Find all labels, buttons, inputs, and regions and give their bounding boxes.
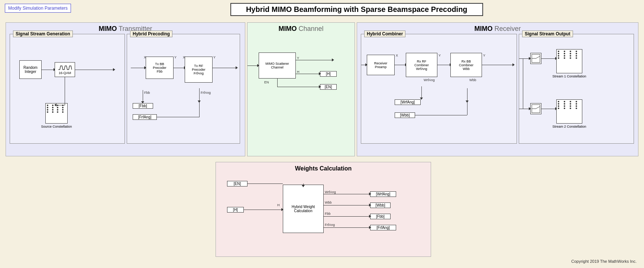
- hybrid-weight-block: Hybrid Weight Calculation: [283, 185, 324, 233]
- channel-h-port: H: [297, 70, 300, 74]
- h-port-in-w: H: [277, 203, 280, 207]
- arrow-en-v: [277, 79, 278, 87]
- wrfang-out-box: [WrfAng]: [370, 191, 396, 197]
- arrow-channel-y-out: [296, 60, 333, 60]
- arrowhead-h-w: [281, 208, 284, 211]
- arrow-en-out: [277, 87, 320, 87]
- arrow-wbb-h: [415, 115, 467, 115]
- channel-en-port: EN: [264, 80, 269, 84]
- arrow-stream2-mux-const: [541, 109, 556, 109]
- rx-bb-y-port: Y: [483, 54, 485, 57]
- stream2-label: Stream 2 Constellation: [551, 125, 588, 128]
- signal-stream-generation: Signal Stream Generation Random Integer …: [10, 34, 125, 144]
- arrow-rxbb-out: [482, 65, 514, 65]
- arrowhead-rxbb-out: [512, 63, 515, 66]
- arrowhead-preamp-in: [365, 63, 368, 66]
- tx-bb-y-port: Y: [174, 55, 177, 59]
- stream2-constellation-block: [556, 99, 582, 124]
- hybrid-combiner: Hybrid Combiner Receiver Preamp X Rx RF …: [361, 34, 517, 144]
- signal-stream-title: Signal Stream Generation: [13, 31, 73, 37]
- main-title: Hybrid MIMO Beamforming with Sparse Beam…: [230, 3, 483, 16]
- stream2-mux-block: [530, 103, 541, 114]
- arrow-wrfang-out: [324, 194, 370, 194]
- wrfang-signal-box-rx: [WrfAng]: [395, 99, 421, 105]
- arrowhead-wrfang: [420, 98, 423, 100]
- tx-bb-x-port: X: [144, 55, 146, 59]
- mimo-transmitter-section: MIMO Transmitter Signal Stream Generatio…: [6, 22, 245, 156]
- h-signal-box-w: [H]: [227, 207, 244, 213]
- rx-rf-y-port: Y: [438, 54, 441, 57]
- wbb-port-out: Wbb: [325, 201, 332, 204]
- signal-stream-output-title: Signal Stream Output: [522, 31, 573, 37]
- arrow-rand-qam: [42, 70, 55, 70]
- mimo-channel-section: MIMO Channel MIMO Scatterer Channel Y H …: [247, 22, 355, 156]
- frfang-signal-box: [FrfAng]: [133, 114, 157, 120]
- rx-rf-combiner-block: Rx RF Combiner WrfAng: [406, 53, 437, 77]
- arrow-to-const: [56, 105, 65, 105]
- arrowhead-fbb-out: [369, 215, 371, 218]
- arrowhead-txrf-out: [236, 66, 238, 69]
- arrow-stream1-mux-const: [541, 58, 556, 59]
- tx-bb-precoder-block: Tx BB Precoder Fbb: [146, 57, 174, 79]
- arrow-en-to-w: [247, 184, 283, 184]
- mux-icon: [531, 54, 540, 63]
- tx-rf-y-port: Y: [213, 55, 216, 59]
- arrow-preamp-rxrf: [395, 65, 406, 65]
- rx-bb-combiner-block: Rx BB Combiner Wbb: [450, 53, 482, 77]
- arrow-h-out: [296, 74, 320, 74]
- arrowhead-wbb: [466, 100, 469, 103]
- fbb-signal-box: [Fbb]: [133, 103, 153, 109]
- arrowhead-en-w: [302, 185, 305, 187]
- weights-calculation-section: Weights Calculation Hybrid Weight Calcul…: [216, 162, 431, 257]
- en-signal-box-w: [EN]: [227, 181, 247, 186]
- arrow-stream1-in: [519, 58, 530, 59]
- arrowhead-stream1-in: [529, 57, 531, 60]
- arrowhead-to-const: [54, 103, 56, 106]
- wbb-port-label-rx: Wbb: [469, 78, 476, 82]
- stream2-dots: [557, 100, 582, 110]
- mux2-icon: [531, 104, 540, 113]
- arrowhead-into-txbb: [144, 66, 146, 69]
- rx-rf-x-port: X: [396, 54, 398, 57]
- stream1-label: Stream 1 Constellation: [551, 74, 588, 78]
- arrow-into-txbb: [131, 68, 145, 68]
- source-constellation-block: [45, 103, 68, 124]
- wrfang-port-label-rx: WrfAng: [424, 78, 435, 82]
- fbb-out-box: [Fbb]: [370, 214, 391, 219]
- stream1-dots: [557, 50, 582, 60]
- mimo-channel-title: MIMO Channel: [247, 23, 355, 34]
- source-constellation-label: Source Constellation: [40, 125, 73, 128]
- arrowhead-frfang-out: [369, 226, 371, 229]
- modify-simulation-button[interactable]: Modify Simulation Parameters: [5, 4, 71, 13]
- arrow-h-to-w: [244, 210, 282, 210]
- hybrid-precoding-title: Hybrid Precoding: [130, 31, 172, 37]
- random-integer-block: Random Integer: [19, 60, 42, 79]
- arrowhead-frfang: [198, 100, 201, 103]
- arrowhead-h-out: [319, 72, 321, 75]
- mimo-receiver-section: MIMO Receiver Hybrid Combiner Receiver P…: [357, 22, 638, 156]
- wbb-out-box: [Wbb]: [370, 202, 391, 208]
- wrf-port-out: WrfAng: [325, 190, 336, 194]
- wbb-signal-box-rx: [Wbb]: [395, 112, 415, 118]
- arrow-rxrf-rxbb: [437, 65, 450, 65]
- arrowhead-en-out: [319, 85, 321, 88]
- arrow-stream2-in: [519, 109, 530, 109]
- arrowhead-qam-out: [113, 68, 115, 71]
- arrow-wbb-out: [324, 205, 370, 205]
- copyright-text: Copyright 2019 The MathWorks Inc.: [571, 259, 637, 264]
- arrowhead-stream2-in: [529, 107, 531, 110]
- frfang-port-out-w: FrfAng: [325, 223, 335, 227]
- fbb-port-label: Fbb: [144, 91, 150, 95]
- arrow-channel-in: [247, 66, 258, 66]
- tx-rf-x-port: X: [183, 55, 185, 59]
- frfang-out-box: [FrfAng]: [370, 225, 396, 230]
- stream1-mux-block: [530, 53, 541, 64]
- hybrid-combiner-title: Hybrid Combiner: [364, 31, 405, 37]
- qam-block: 16-QAM: [55, 62, 75, 77]
- arrow-frfang-h: [157, 117, 200, 117]
- fbb-port-out-w: Fbb: [325, 212, 331, 216]
- arrowhead-channel-y-out: [332, 58, 334, 61]
- receiver-preamp-block: Receiver Preamp: [367, 55, 395, 75]
- tx-rf-precoder-block: Tx RF Precoder FrfAng: [185, 57, 213, 83]
- arrow-qam-down: [65, 77, 65, 105]
